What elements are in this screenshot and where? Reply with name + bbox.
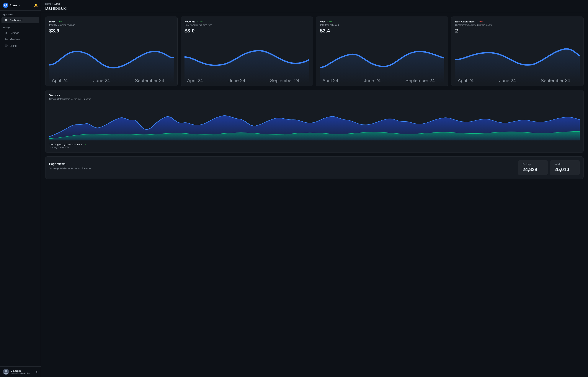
user-email: owner@makerkit.dev bbox=[11, 372, 30, 374]
breadcrumb: Home › Acme bbox=[45, 3, 584, 5]
svg-text:September 24: September 24 bbox=[135, 78, 164, 83]
visitors-chart bbox=[49, 103, 580, 141]
stat-title-mrr: MRR bbox=[49, 20, 55, 23]
stat-card-fees: Fees ↑ 9% Total fees collected $3.4 Apri… bbox=[316, 16, 448, 86]
sidebar-logo-text: Acme bbox=[10, 4, 17, 7]
pageviews-desktop-value: 24,828 bbox=[522, 167, 543, 172]
svg-text:June 24: June 24 bbox=[499, 78, 516, 83]
sidebar-item-label-members: Members bbox=[10, 38, 20, 41]
user-menu-chevron[interactable]: ⇅ bbox=[36, 370, 38, 373]
sidebar-item-settings[interactable]: ⚙ Settings bbox=[1, 30, 39, 36]
svg-text:April 24: April 24 bbox=[458, 78, 473, 83]
trending-text: Trending up by 5.2% this month ↗ bbox=[49, 143, 580, 146]
sidebar-item-billing[interactable]: Billing bbox=[1, 43, 39, 49]
bell-icon[interactable]: 🔔 bbox=[34, 3, 38, 7]
stat-card-revenue: Revenue ↑ 12% Total revenue including fe… bbox=[180, 16, 313, 86]
pageviews-title: Page Views bbox=[49, 162, 91, 166]
svg-rect-3 bbox=[5, 20, 6, 21]
stat-chart-revenue: April 24 June 24 September 24 bbox=[184, 36, 309, 83]
stat-chart-mrr: April 24 June 24 September 24 bbox=[49, 36, 174, 83]
pageviews-left: Page Views Showing total visitors for th… bbox=[49, 162, 91, 173]
svg-point-9 bbox=[5, 370, 7, 372]
avatar bbox=[3, 369, 9, 375]
stat-badge-customers: ↓ -25% bbox=[476, 20, 483, 23]
sidebar-logo-chevron: ⌄ bbox=[19, 4, 20, 7]
visitors-section: Visitors Showing total visitors for the … bbox=[45, 90, 584, 153]
pageviews-desc: Showing total visitors for the last 3 mo… bbox=[49, 167, 91, 170]
sidebar-user[interactable]: Giancarlo owner@makerkit.dev bbox=[3, 369, 30, 375]
svg-rect-6 bbox=[5, 45, 7, 46]
svg-rect-4 bbox=[6, 20, 7, 21]
visitors-desc: Showing total visitors for the last 6 mo… bbox=[49, 98, 580, 100]
svg-text:September 24: September 24 bbox=[541, 78, 570, 83]
svg-text:April 24: April 24 bbox=[52, 78, 68, 83]
stat-desc-mrr: Monthly recurring revenue bbox=[49, 24, 174, 26]
pageviews-desktop-label: Desktop bbox=[522, 163, 543, 165]
trending-label: Trending up by 5.2% this month bbox=[49, 143, 83, 146]
stat-card-mrr: MRR ↑ 20% Monthly recurring revenue $3.9… bbox=[45, 16, 178, 86]
stat-chart-fees: April 24 June 24 September 24 bbox=[320, 36, 444, 83]
sidebar-item-label-dashboard: Dashboard bbox=[10, 19, 23, 22]
sidebar-logo[interactable]: Acme ⌄ bbox=[3, 3, 20, 8]
svg-rect-1 bbox=[5, 19, 6, 20]
svg-text:June 24: June 24 bbox=[229, 78, 245, 83]
main-content: Home › Acme Dashboard MRR ↑ 20% Monthly … bbox=[41, 0, 588, 377]
logo-icon bbox=[3, 3, 8, 8]
stat-title-customers: New Customers bbox=[455, 20, 475, 23]
svg-text:June 24: June 24 bbox=[93, 78, 110, 83]
stats-grid: MRR ↑ 20% Monthly recurring revenue $3.9… bbox=[41, 13, 588, 90]
pageviews-section: Page Views Showing total visitors for th… bbox=[45, 156, 584, 179]
pageviews-mobile: Mobile 25,010 bbox=[550, 160, 580, 175]
stat-header-mrr: MRR ↑ 20% bbox=[49, 20, 174, 23]
settings-icon: ⚙ bbox=[4, 32, 8, 35]
sidebar-header: Acme ⌄ 🔔 bbox=[0, 0, 41, 11]
visitors-title: Visitors bbox=[49, 94, 580, 97]
stat-badge-revenue: ↑ 12% bbox=[197, 20, 203, 23]
stat-header-customers: New Customers ↓ -25% bbox=[455, 20, 580, 23]
sidebar-section-settings: Settings ⚙ Settings Members bbox=[0, 24, 41, 49]
pageviews-desktop: Desktop 24,828 bbox=[518, 160, 548, 175]
trending-date-range: January - June 2024 bbox=[49, 146, 580, 149]
stat-header-fees: Fees ↑ 9% bbox=[320, 20, 444, 23]
stat-title-revenue: Revenue bbox=[184, 20, 195, 23]
stat-badge-fees: ↑ 9% bbox=[327, 20, 332, 23]
svg-text:September 24: September 24 bbox=[270, 78, 299, 83]
stat-card-customers: New Customers ↓ -25% Customers who signe… bbox=[451, 16, 584, 86]
sidebar-section-label-application: Application bbox=[0, 11, 41, 17]
stat-value-fees: $3.4 bbox=[320, 28, 444, 34]
stat-chart-customers: April 24 June 24 September 24 bbox=[455, 36, 580, 83]
pageviews-right: Desktop 24,828 Mobile 25,010 bbox=[516, 160, 580, 175]
sidebar-footer: Giancarlo owner@makerkit.dev ⇅ bbox=[0, 366, 41, 377]
stat-value-revenue: $3.0 bbox=[184, 28, 309, 34]
visitors-footer: Trending up by 5.2% this month ↗ January… bbox=[49, 143, 580, 149]
sidebar-section-application: Application Dashboard bbox=[0, 11, 41, 24]
stat-value-mrr: $3.9 bbox=[49, 28, 174, 34]
stat-badge-mrr: ↑ 20% bbox=[57, 20, 62, 23]
user-info: Giancarlo owner@makerkit.dev bbox=[11, 369, 30, 374]
stat-header-revenue: Revenue ↑ 12% bbox=[184, 20, 309, 23]
svg-point-5 bbox=[5, 38, 6, 39]
members-icon bbox=[4, 38, 8, 41]
trending-arrow-icon: ↗ bbox=[84, 143, 86, 146]
sidebar-item-label-billing: Billing bbox=[10, 44, 16, 47]
sidebar-item-dashboard[interactable]: Dashboard bbox=[1, 17, 39, 23]
breadcrumb-home[interactable]: Home bbox=[45, 3, 51, 5]
svg-rect-2 bbox=[6, 19, 7, 20]
stat-title-fees: Fees bbox=[320, 20, 326, 23]
sidebar-item-members[interactable]: Members bbox=[1, 36, 39, 43]
svg-text:April 24: April 24 bbox=[322, 78, 338, 83]
pageviews-mobile-label: Mobile bbox=[554, 163, 575, 165]
sidebar-section-label-settings: Settings bbox=[0, 24, 41, 30]
stat-desc-fees: Total fees collected bbox=[320, 24, 444, 26]
user-name: Giancarlo bbox=[11, 369, 30, 372]
sidebar-item-label-settings: Settings bbox=[10, 32, 19, 35]
pageviews-mobile-value: 25,010 bbox=[554, 167, 575, 172]
stat-desc-revenue: Total revenue including fees bbox=[184, 24, 309, 26]
stat-desc-customers: Customers who signed up this month bbox=[455, 24, 580, 26]
svg-text:September 24: September 24 bbox=[405, 78, 435, 83]
page-title: Dashboard bbox=[45, 6, 584, 11]
dashboard-icon bbox=[4, 19, 8, 22]
breadcrumb-current: Acme bbox=[54, 3, 60, 5]
svg-text:June 24: June 24 bbox=[364, 78, 381, 83]
breadcrumb-separator: › bbox=[52, 3, 53, 5]
